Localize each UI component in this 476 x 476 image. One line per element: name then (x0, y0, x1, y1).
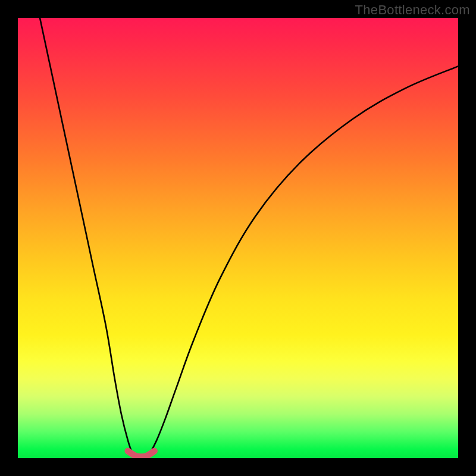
curve-path (40, 18, 458, 456)
watermark-text: TheBottleneck.com (355, 2, 470, 18)
minimum-highlight (128, 451, 154, 457)
plot-area (18, 18, 458, 458)
chart-frame: TheBottleneck.com (0, 0, 476, 476)
bottleneck-curve (18, 18, 458, 458)
